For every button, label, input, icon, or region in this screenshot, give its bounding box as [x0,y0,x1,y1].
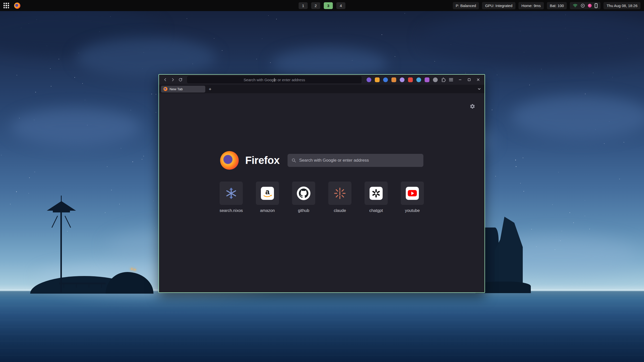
openai-knot-icon [370,187,383,200]
star [382,34,382,35]
extension-icon[interactable] [408,77,413,82]
island-left-silhouette [30,276,138,294]
forward-button[interactable] [169,76,177,83]
app-launcher-icon[interactable] [4,3,9,8]
extension-icon[interactable] [391,77,396,82]
tab-bar: New Tab + [159,85,485,93]
wifi-icon[interactable] [573,4,578,8]
maximize-button[interactable] [465,76,473,83]
extension-icon[interactable] [400,77,405,82]
url-bar[interactable] [187,76,361,83]
star [560,240,561,241]
shortcut-github[interactable]: github [292,182,315,213]
newtab-hero: Firefox [159,151,485,170]
close-button[interactable] [474,76,482,83]
star [104,52,104,53]
tray-circle-icon[interactable] [581,4,585,8]
star [16,191,17,192]
star [156,112,156,113]
new-tab-button[interactable]: + [207,86,213,92]
extension-icon[interactable] [425,77,429,82]
star [270,62,271,63]
star [142,68,143,69]
star [497,75,497,75]
puzzle-icon [441,78,446,82]
newtab-search-input[interactable] [299,158,419,163]
shortcut-claude[interactable]: claude [328,182,351,213]
star [50,68,51,69]
back-button[interactable] [162,76,169,83]
star [627,38,628,39]
firefox-window: New Tab + Firefox [158,74,485,293]
menu-button[interactable] [447,76,455,83]
extension-icon[interactable] [433,77,438,82]
extension-icon[interactable] [375,77,380,82]
star [352,60,352,61]
shortcut-label: claude [334,208,346,213]
pier-silhouette [59,283,106,284]
shortcut-amazon[interactable]: a amazon [256,182,279,213]
workspace-3[interactable]: 3 [324,2,333,9]
extension-icon[interactable] [367,77,371,82]
star [570,212,570,213]
star [585,200,585,201]
extension-icon[interactable] [416,77,421,82]
gpu-chip: GPU: Integrated [482,2,515,9]
reload-icon [178,78,182,82]
star [268,15,269,16]
star [143,156,144,156]
minimize-button[interactable] [456,76,464,83]
watchtower-brace [52,216,58,228]
star [142,159,142,160]
star [558,172,559,172]
star [143,52,144,53]
star [85,100,85,100]
star [520,31,520,31]
window-controls [456,76,482,83]
newtab-search-bar[interactable] [288,154,423,167]
back-icon [163,78,167,82]
star [28,23,29,24]
star [78,53,79,53]
star [531,229,532,230]
firefox-wordmark: Firefox [245,154,280,166]
extensions-button[interactable] [440,76,447,83]
openai-mark [371,188,381,198]
star [624,142,624,143]
firefox-icon[interactable] [14,3,20,9]
workspace-4[interactable]: 4 [336,2,345,9]
extension-row [367,77,438,82]
magenta-dot-icon[interactable] [588,4,592,8]
star [154,228,155,228]
phone-icon[interactable] [595,3,597,8]
workspace-2[interactable]: 2 [311,2,320,9]
shortcut-search-nixos[interactable]: search.nixos [220,182,243,213]
star [541,69,542,69]
watchtower-platform [53,211,70,212]
reload-button[interactable] [177,76,184,83]
extension-icon[interactable] [383,77,388,82]
star [561,231,562,231]
star [529,85,530,85]
personalize-button[interactable] [469,103,476,110]
shortcut-youtube[interactable]: youtube [401,182,424,213]
star [520,183,521,184]
home-latency-chip: Home: 9ms [518,2,544,9]
hut-lights [131,268,132,269]
star [609,121,610,122]
amazon-icon: a [261,187,274,200]
shortcut-chatgpt[interactable]: chatgpt [365,182,388,213]
text-caret [274,78,275,82]
star [1,155,2,155]
star [156,94,156,95]
tab-new-tab[interactable]: New Tab [161,86,205,93]
star [87,125,88,125]
star [262,38,262,39]
star [222,50,222,51]
star [36,19,37,20]
list-all-tabs-button[interactable] [476,86,482,92]
youtube-red-rect [408,190,417,196]
star [111,190,112,190]
system-tray [570,2,600,9]
workspace-1[interactable]: 1 [299,2,308,9]
